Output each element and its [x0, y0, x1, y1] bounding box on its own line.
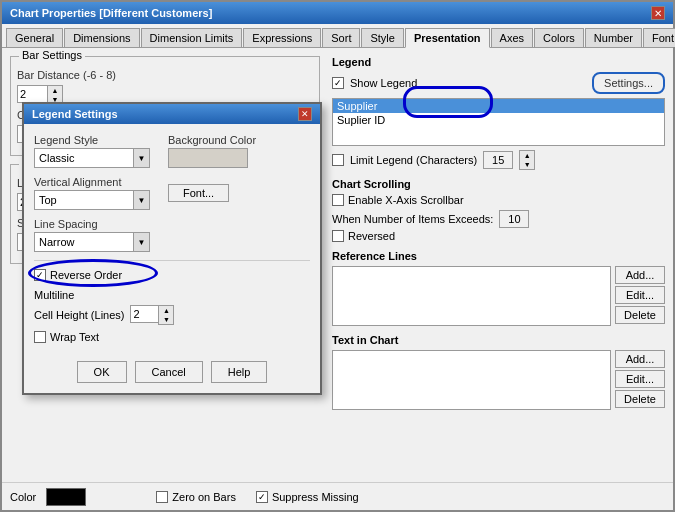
font-button[interactable]: Font... [168, 184, 229, 202]
legend-settings-dialog: Legend Settings ✕ Legend Style Classic ▼… [22, 102, 322, 395]
reference-lines-add-btn[interactable]: Add... [615, 266, 665, 284]
text-in-chart-delete-btn[interactable]: Delete [615, 390, 665, 408]
enable-scrollbar-checkbox[interactable] [332, 194, 344, 206]
dialog-style-row: Legend Style Classic ▼ Background Color [34, 134, 310, 168]
reference-lines-edit-btn[interactable]: Edit... [615, 286, 665, 304]
reference-lines-section: Reference Lines Add... Edit... Delete [332, 250, 665, 326]
when-exceeds-label: When Number of Items Exceeds: [332, 213, 493, 225]
line-spacing-dropdown-btn[interactable]: ▼ [134, 232, 150, 252]
suppress-missing-label: Suppress Missing [272, 491, 359, 503]
cell-height-input[interactable] [130, 305, 158, 323]
reverse-order-checkbox[interactable] [34, 269, 46, 281]
limit-up[interactable]: ▲ [520, 151, 534, 160]
tab-colors[interactable]: Colors [534, 28, 584, 47]
show-legend-checkbox[interactable] [332, 77, 344, 89]
text-in-chart-section: Text in Chart Add... Edit... Delete [332, 334, 665, 410]
legend-section: Legend Show Legend Settings... Supplier … [332, 56, 665, 170]
tab-number[interactable]: Number [585, 28, 642, 47]
legend-style-dropdown-btn[interactable]: ▼ [134, 148, 150, 168]
reference-lines-title: Reference Lines [332, 250, 665, 262]
text-in-chart-content: Add... Edit... Delete [332, 350, 665, 410]
text-in-chart-title: Text in Chart [332, 334, 665, 346]
close-button[interactable]: ✕ [651, 6, 665, 20]
cell-height-row: Cell Height (Lines) ▲ ▼ [34, 305, 310, 325]
help-button[interactable]: Help [211, 361, 268, 383]
settings-button[interactable]: Settings... [592, 72, 665, 94]
legend-style-select-wrap: Classic [34, 148, 134, 168]
tab-expressions[interactable]: Expressions [243, 28, 321, 47]
limit-legend-label: Limit Legend (Characters) [350, 154, 477, 166]
wrap-text-row: Wrap Text [34, 331, 310, 343]
window-title: Chart Properties [Different Customers] [10, 7, 212, 19]
limit-legend-input[interactable] [483, 151, 513, 169]
bg-color-label: Background Color [168, 134, 256, 146]
cell-height-down[interactable]: ▼ [159, 315, 173, 324]
reference-lines-box [332, 266, 611, 326]
dialog-buttons: OK Cancel Help [24, 353, 320, 393]
ok-button[interactable]: OK [77, 361, 127, 383]
cancel-button[interactable]: Cancel [135, 361, 203, 383]
text-in-chart-add-btn[interactable]: Add... [615, 350, 665, 368]
font-btn-wrap: Font... [168, 184, 229, 202]
cell-height-label: Cell Height (Lines) [34, 309, 124, 321]
line-spacing-display: Narrow [34, 232, 134, 252]
enable-scrollbar-row: Enable X-Axis Scrollbar [332, 194, 665, 206]
vertical-align-col: Vertical Alignment Top ▼ [34, 176, 150, 210]
vertical-align-dropdown-btn[interactable]: ▼ [134, 190, 150, 210]
tab-style[interactable]: Style [361, 28, 403, 47]
bar-distance-input[interactable] [17, 85, 47, 103]
tab-presentation[interactable]: Presentation [405, 28, 490, 48]
main-window: Chart Properties [Different Customers] ✕… [0, 0, 675, 512]
suppress-missing-checkbox[interactable] [256, 491, 268, 503]
bar-settings-title: Bar Settings [19, 49, 85, 61]
right-panel: Legend Show Legend Settings... Supplier … [332, 56, 665, 502]
reference-lines-content: Add... Edit... Delete [332, 266, 665, 326]
tab-general[interactable]: General [6, 28, 63, 47]
tab-dimensions[interactable]: Dimensions [64, 28, 139, 47]
enable-scrollbar-label: Enable X-Axis Scrollbar [348, 194, 464, 206]
chart-scrolling-title: Chart Scrolling [332, 178, 665, 190]
dialog-spacing-row: Line Spacing Narrow ▼ [34, 218, 310, 252]
when-exceeds-input[interactable] [499, 210, 529, 228]
legend-style-col: Legend Style Classic ▼ [34, 134, 150, 168]
reverse-order-row: Reverse Order [34, 269, 122, 281]
reference-lines-delete-btn[interactable]: Delete [615, 306, 665, 324]
legend-style-label: Legend Style [34, 134, 150, 146]
vertical-align-label: Vertical Alignment [34, 176, 150, 188]
bg-color-col: Background Color [168, 134, 256, 168]
legend-list-box[interactable]: Supplier Suplier ID [332, 98, 665, 146]
reverse-order-label: Reverse Order [50, 269, 122, 281]
cell-height-spinbox[interactable]: ▲ ▼ [130, 305, 174, 325]
tab-dimension-limits[interactable]: Dimension Limits [141, 28, 243, 47]
wrap-text-label: Wrap Text [50, 331, 99, 343]
limit-down[interactable]: ▼ [520, 160, 534, 169]
color-swatch[interactable] [46, 488, 86, 506]
reference-lines-buttons: Add... Edit... Delete [615, 266, 665, 326]
wrap-text-checkbox[interactable] [34, 331, 46, 343]
line-spacing-col: Line Spacing Narrow ▼ [34, 218, 150, 252]
legend-list-item-supplier-id[interactable]: Suplier ID [333, 113, 664, 127]
text-in-chart-edit-btn[interactable]: Edit... [615, 370, 665, 388]
limit-legend-checkbox[interactable] [332, 154, 344, 166]
bg-color-swatch[interactable] [168, 148, 248, 168]
legend-style-display: Classic [34, 148, 134, 168]
zero-bars-label: Zero on Bars [172, 491, 236, 503]
reversed-checkbox[interactable] [332, 230, 344, 242]
text-in-chart-box [332, 350, 611, 410]
bar-distance-up[interactable]: ▲ [48, 86, 62, 95]
show-legend-label: Show Legend [350, 77, 417, 89]
legend-list-item-supplier[interactable]: Supplier [333, 99, 664, 113]
bar-distance-label: Bar Distance (-6 - 8) [17, 69, 116, 81]
dialog-title-bar: Legend Settings ✕ [24, 104, 320, 124]
tab-axes[interactable]: Axes [491, 28, 533, 47]
multiline-row: Multiline [34, 289, 310, 301]
tab-font[interactable]: Font [643, 28, 675, 47]
multiline-label: Multiline [34, 289, 74, 301]
zero-bars-checkbox[interactable] [156, 491, 168, 503]
tab-sort[interactable]: Sort [322, 28, 360, 47]
dialog-close-button[interactable]: ✕ [298, 107, 312, 121]
reversed-label: Reversed [348, 230, 395, 242]
title-bar: Chart Properties [Different Customers] ✕ [2, 2, 673, 24]
chart-scrolling-section: Chart Scrolling Enable X-Axis Scrollbar … [332, 178, 665, 242]
cell-height-up[interactable]: ▲ [159, 306, 173, 315]
